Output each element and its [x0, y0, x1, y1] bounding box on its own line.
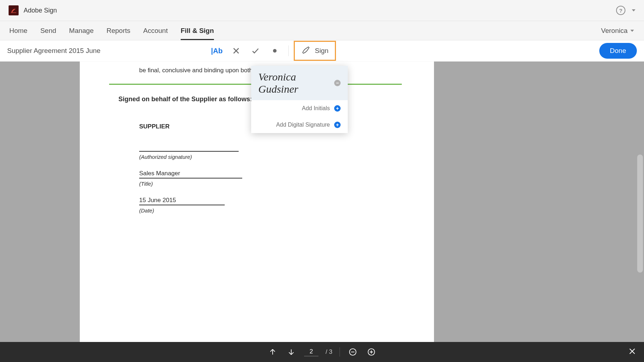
- title-label: (Title): [101, 181, 413, 187]
- text-tool-button[interactable]: |Ab: [208, 42, 225, 59]
- nav-tabs: Home Send Manage Reports Account Fill & …: [3, 21, 220, 40]
- plus-icon: +: [334, 122, 341, 128]
- document-title: Supplier Agreement 2015 June: [7, 47, 101, 55]
- title-field-row: Sales Manager: [101, 170, 413, 178]
- date-blank-line: [176, 205, 225, 205]
- dot-tool-button[interactable]: [266, 42, 283, 59]
- page-down-button[interactable]: [286, 346, 297, 358]
- auth-signature-label: (Authorized signature): [101, 154, 413, 160]
- page-up-button[interactable]: [267, 346, 278, 358]
- header-left: Adobe Sign: [9, 5, 57, 15]
- adobe-sign-logo-icon: [9, 5, 19, 15]
- title-value: Sales Manager: [139, 170, 180, 178]
- app-header: Adobe Sign ?: [0, 0, 644, 21]
- plus-icon: +: [334, 105, 341, 112]
- saved-signature-name: Veronica Gudsiner: [258, 71, 334, 95]
- tab-manage[interactable]: Manage: [63, 21, 100, 40]
- saved-signature-item[interactable]: Veronica Gudsiner −: [251, 66, 348, 100]
- add-digital-signature-item[interactable]: Add Digital Signature +: [251, 117, 348, 133]
- tool-group: |Ab Sign: [208, 41, 336, 61]
- sign-button[interactable]: Sign: [294, 41, 336, 61]
- nav-bar: Home Send Manage Reports Account Fill & …: [0, 21, 644, 40]
- svg-point-0: [273, 49, 277, 53]
- tab-account[interactable]: Account: [137, 21, 174, 40]
- scrollbar-thumb[interactable]: [637, 155, 643, 273]
- zoom-in-button[interactable]: [366, 346, 377, 358]
- page-total: / 3: [326, 348, 332, 356]
- tab-reports[interactable]: Reports: [100, 21, 137, 40]
- user-name: Veronica: [601, 27, 628, 35]
- footer-divider: [340, 347, 340, 357]
- pen-icon: [301, 45, 311, 57]
- header-right: ?: [616, 6, 635, 15]
- toolbar: Supplier Agreement 2015 June |Ab Sign Do…: [0, 40, 644, 61]
- sign-label: Sign: [315, 47, 328, 55]
- add-digital-label: Add Digital Signature: [276, 122, 330, 128]
- date-label: (Date): [101, 207, 413, 214]
- add-initials-item[interactable]: Add Initials +: [251, 100, 348, 117]
- signature-line[interactable]: [139, 134, 239, 152]
- zoom-out-button[interactable]: [347, 346, 358, 358]
- help-icon[interactable]: ?: [616, 6, 625, 15]
- sign-dropdown-menu: Veronica Gudsiner − Add Initials + Add D…: [251, 66, 348, 133]
- user-menu-caret-icon: [630, 30, 634, 32]
- done-button[interactable]: Done: [599, 43, 637, 59]
- x-mark-tool-button[interactable]: [228, 42, 245, 59]
- tab-fill-sign[interactable]: Fill & Sign: [174, 21, 220, 40]
- add-initials-label: Add Initials: [302, 105, 330, 112]
- tab-send[interactable]: Send: [34, 21, 63, 40]
- user-menu[interactable]: Veronica: [601, 27, 641, 35]
- checkmark-tool-button[interactable]: [247, 42, 264, 59]
- tool-divider: [288, 45, 289, 56]
- date-field-row: 15 June 2015: [101, 197, 413, 205]
- title-blank-line: [180, 178, 242, 178]
- remove-signature-icon[interactable]: −: [334, 80, 341, 86]
- page-number-input[interactable]: [304, 348, 318, 356]
- app-title: Adobe Sign: [24, 7, 57, 14]
- date-value: 15 June 2015: [139, 197, 176, 205]
- footer-toolbar: / 3: [0, 342, 644, 362]
- close-footer-button[interactable]: [629, 347, 635, 357]
- tab-home[interactable]: Home: [3, 21, 34, 40]
- header-menu-caret-icon[interactable]: [632, 9, 635, 11]
